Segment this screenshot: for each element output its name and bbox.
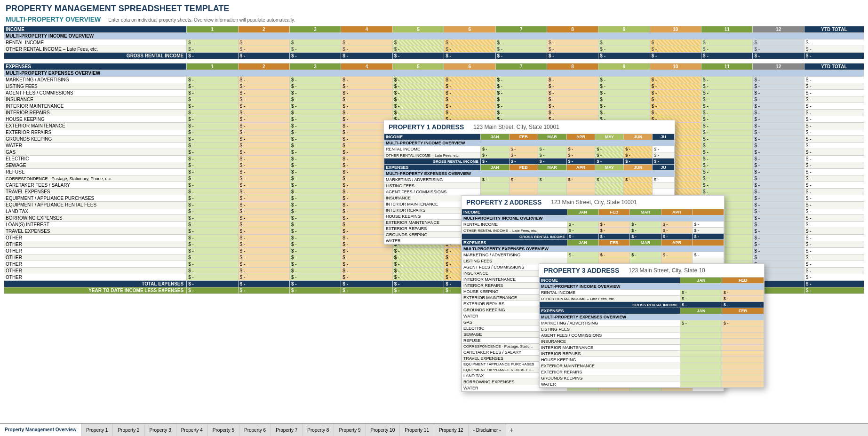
col-3: 3: [289, 26, 341, 33]
col-10: 10: [650, 26, 701, 33]
tab-property5[interactable]: Property 5: [208, 423, 239, 436]
section-subtitle: Enter data on individual property sheets…: [108, 17, 295, 23]
col-7: 7: [495, 26, 547, 33]
tab-property6[interactable]: Property 6: [239, 423, 271, 436]
ytd-income-less-label: YEAR TO DATE INCOME LESS EXPENSES: [4, 287, 187, 294]
income-header: INCOME: [4, 26, 187, 33]
property2-title: PROPERTY 2 ADDRESS: [466, 198, 542, 206]
rental-income-label: RENTAL INCOME: [4, 40, 187, 46]
income-subheader: MULTI-PROPERTY INCOME OVERVIEW: [4, 33, 864, 40]
other-rental-income-label: OTHER RENTAL INCOME – Late Fees, etc.: [4, 46, 187, 53]
ytd-header: YTD TOTAL: [804, 26, 864, 33]
tab-overview[interactable]: Property Management Overview: [0, 423, 81, 436]
section-title: MULTI-PROPERTY OVERVIEW: [6, 16, 101, 23]
tab-property10[interactable]: Property 10: [366, 423, 400, 436]
col-4: 4: [341, 26, 392, 33]
tab-property9[interactable]: Property 9: [334, 423, 366, 436]
col-2: 2: [238, 26, 289, 33]
tab-property12[interactable]: Property 12: [434, 423, 469, 436]
property2-address: 123 Main Street, City, State 10001: [551, 199, 637, 206]
col-9: 9: [598, 26, 650, 33]
property1-address: 123 Main Street, City, State 10001: [473, 124, 559, 130]
tab-property4[interactable]: Property 4: [176, 423, 208, 436]
expenses-header: EXPENSES: [4, 63, 187, 70]
tab-property8[interactable]: Property 8: [303, 423, 334, 436]
tab-property2[interactable]: Property 2: [113, 423, 144, 436]
col-1: 1: [187, 26, 238, 33]
property3-popup: PROPERTY 3 ADDRESS 123 Main Street, City…: [539, 263, 764, 388]
tab-property3[interactable]: Property 3: [145, 423, 176, 436]
tabs-bar: Property Management Overview Property 1 …: [0, 423, 868, 436]
col-6: 6: [444, 26, 495, 33]
col-12: 12: [753, 26, 804, 33]
tab-property7[interactable]: Property 7: [271, 423, 303, 436]
property3-address: 123 Main Street, City, State 10: [629, 267, 705, 274]
property1-title: PROPERTY 1 ADDRESS: [389, 123, 464, 131]
col-11: 11: [701, 26, 753, 33]
total-expenses-label: TOTAL EXPENSES: [4, 281, 187, 287]
tab-property1[interactable]: Property 1: [81, 423, 113, 436]
page-title: PROPERTY MANAGEMENT SPREADSHEET TEMPLATE: [0, 0, 868, 15]
gross-rental-label: GROSS RENTAL INCOME: [4, 53, 187, 59]
tab-property11[interactable]: Property 11: [400, 423, 434, 436]
expenses-subheader: MULTI-PROPERTY EXPENSES OVERVIEW: [4, 70, 864, 77]
col-8: 8: [547, 26, 598, 33]
income-table: INCOME 1 2 3 4 5 6 7 8 9 10 11 12 YTD TO…: [4, 26, 864, 59]
col-5: 5: [392, 26, 444, 33]
property3-title: PROPERTY 3 ADDRESS: [544, 267, 619, 274]
tab-disclaimer[interactable]: - Disclaimer -: [469, 423, 506, 436]
add-tab-button[interactable]: +: [506, 424, 518, 436]
